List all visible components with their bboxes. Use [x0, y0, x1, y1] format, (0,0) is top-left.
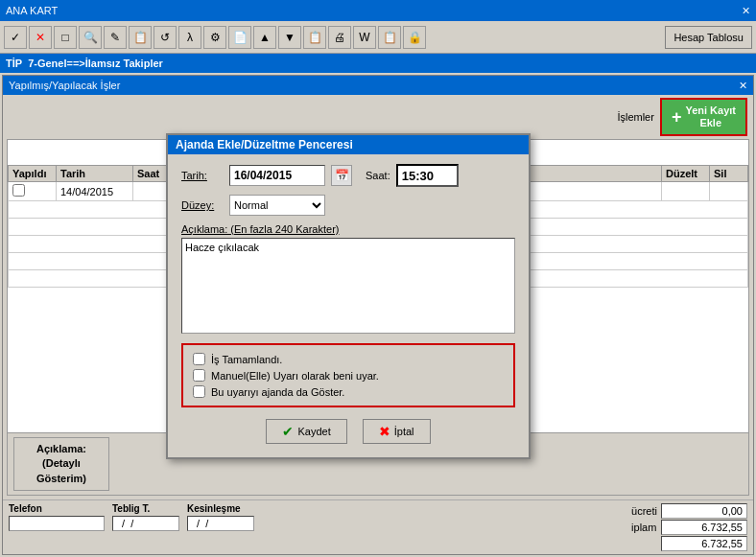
duzey-row: Düzey: Normal Önemli Acil	[181, 195, 515, 216]
kesinlesme-group: Kesinleşme	[187, 503, 254, 531]
col-tarih: Tarih	[57, 166, 133, 182]
teblig-label: Teblig T.	[112, 503, 179, 514]
ajanda-goster-label: Bu uyarıyı ajanda da Göster.	[211, 386, 344, 398]
iptal-x-icon: ✖	[379, 424, 390, 439]
footer-row: Telefon Teblig T. Kesinleşme ücreti 0,00…	[3, 499, 753, 554]
checkbox-row-3: Bu uyarıyı ajanda da Göster.	[193, 385, 504, 398]
dialog-body: Tarih: 📅 Saat: Düzey: Normal Önemli Acil	[168, 154, 529, 457]
toplam-label: iplam	[631, 522, 656, 533]
aciklama-label-row: Açıklama: (En fazla 240 Karakter)	[181, 223, 515, 235]
manuel-uyari-checkbox[interactable]	[193, 369, 205, 382]
toolbar-btn-5[interactable]: ✎	[104, 26, 127, 49]
cell-sil[interactable]	[710, 182, 748, 201]
duzey-label: Düzey:	[181, 199, 224, 211]
summary-panel: ücreti 0,00 iplam 6.732,55 6.732,55	[631, 503, 747, 551]
toolbar-btn-10[interactable]: 📄	[228, 26, 251, 49]
toolbar-btn-13[interactable]: 📋	[303, 26, 326, 49]
teblig-group: Teblig T.	[112, 503, 179, 531]
app-container: ANA KART ✕ ✓ ✕ □ 🔍 ✎ 📋 ↺ λ ⚙ 📄 ▲ ▼ 📋 🖨 W…	[0, 0, 756, 557]
ajanda-goster-checkbox[interactable]	[193, 385, 205, 398]
sub-window-title-bar: Yapılmış/Yapılacak İşler ✕	[3, 76, 753, 95]
plus-icon: +	[672, 107, 682, 128]
toolbar-btn-14[interactable]: 🖨	[328, 26, 351, 49]
toolbar-btn-4[interactable]: 🔍	[79, 26, 102, 49]
toolbar-btn-2[interactable]: ✕	[29, 26, 52, 49]
kaydet-button[interactable]: ✔ Kaydet	[266, 419, 346, 444]
calendar-button[interactable]: 📅	[331, 165, 352, 186]
iptal-label: İptal	[394, 426, 414, 437]
tip-label: TİP	[6, 58, 22, 69]
iptal-button[interactable]: ✖ İptal	[363, 419, 431, 444]
toplam-value: 6.732,55	[661, 520, 747, 535]
toolbar-btn-6[interactable]: 📋	[129, 26, 152, 49]
tarih-label: Tarih:	[181, 170, 224, 181]
textarea-wrapper: Hacze çıkılacak	[181, 238, 515, 336]
yeni-kayit-label: Yeni Kayıt Ekle	[685, 104, 736, 129]
ajanda-dialog: Ajanda Ekle/Düzeltme Penceresi Tarih: 📅 …	[166, 133, 531, 459]
checkbox-row-2: Manuel(Elle) Uyarı olarak beni uyar.	[193, 369, 504, 382]
toolbar-btn-9[interactable]: ⚙	[203, 26, 226, 49]
dialog-buttons: ✔ Kaydet ✖ İptal	[181, 415, 515, 448]
ucreti-label: ücreti	[631, 505, 657, 517]
kaydet-check-icon: ✔	[282, 424, 294, 439]
toolbar-btn-1[interactable]: ✓	[4, 26, 27, 49]
aciklama-detail-box: Açıklama: (Detaylı Gösterim)	[13, 437, 109, 491]
col-sil: Sil	[710, 166, 748, 182]
toolbar-btn-12[interactable]: ▼	[278, 26, 301, 49]
toolbar-btn-3[interactable]: □	[54, 26, 77, 49]
checkboxes-section: İş Tamamlandı. Manuel(Elle) Uyarı olarak…	[181, 343, 515, 407]
dialog-title-text: Ajanda Ekle/Düzeltme Penceresi	[176, 138, 353, 151]
sub-window-title: Yapılmış/Yapılacak İşler	[9, 80, 120, 91]
kesinlesme-input[interactable]	[187, 516, 254, 531]
app-title: ANA KART	[6, 5, 58, 16]
col-duzelt: Düzelt	[662, 166, 710, 182]
cell-yapildi	[9, 182, 57, 201]
islemler-label: İşlemler	[617, 111, 654, 123]
teblig-input[interactable]	[112, 516, 179, 531]
yeni-kayit-ekle-button[interactable]: + Yeni Kayıt Ekle	[660, 98, 747, 136]
cell-duzelt[interactable]	[662, 182, 710, 201]
cell-tarih: 14/04/2015	[57, 182, 133, 201]
toolbar-btn-7[interactable]: ↺	[154, 26, 177, 49]
tip-bar: TİP 7-Genel==>İlamsız Takipler	[0, 54, 756, 73]
telefon-label: Telefon	[9, 503, 105, 514]
manuel-uyari-label: Manuel(Elle) Uyarı olarak beni uyar.	[211, 370, 379, 382]
kesinlesme-label: Kesinleşme	[187, 503, 254, 514]
tarih-input[interactable]	[229, 165, 325, 186]
checkbox-row-1: İş Tamamlandı.	[193, 353, 504, 365]
sub-window: Yapılmış/Yapılacak İşler ✕ İşlemler + Ye…	[2, 75, 754, 555]
hesap-tablosu-button[interactable]: Hesap Tablosu	[665, 26, 752, 49]
col-yapildi: Yapıldı	[9, 166, 57, 182]
toolbar-btn-11[interactable]: ▲	[253, 26, 276, 49]
duzey-select[interactable]: Normal Önemli Acil	[229, 195, 325, 216]
kaydet-label: Kaydet	[297, 426, 330, 437]
telefon-input[interactable]	[9, 516, 105, 531]
toolbar-btn-8[interactable]: λ	[178, 26, 201, 49]
tip-value: 7-Genel==>İlamsız Takipler	[28, 58, 163, 69]
toolbar-btn-17[interactable]: 🔒	[403, 26, 426, 49]
sub-window-close[interactable]: ✕	[739, 80, 747, 92]
telefon-group: Telefon	[9, 503, 105, 531]
summary-row-1: ücreti 0,00	[631, 503, 747, 519]
toolbar: ✓ ✕ □ 🔍 ✎ 📋 ↺ λ ⚙ 📄 ▲ ▼ 📋 🖨 W 📋 🔒 Hesap …	[0, 21, 756, 54]
aciklama-textarea[interactable]: Hacze çıkılacak	[181, 238, 515, 334]
title-bar-close[interactable]: ✕	[742, 5, 750, 17]
title-bar: ANA KART ✕	[0, 0, 756, 21]
toolbar-btn-16[interactable]: 📋	[378, 26, 401, 49]
summary-row-2: iplam 6.732,55	[631, 520, 747, 535]
yapildi-checkbox[interactable]	[12, 184, 25, 197]
tarih-row: Tarih: 📅 Saat:	[181, 164, 515, 187]
summary-row-3: 6.732,55	[631, 536, 747, 551]
is-tamamlandi-checkbox[interactable]	[193, 353, 205, 365]
total2-value: 6.732,55	[661, 536, 747, 551]
saat-input[interactable]	[396, 164, 459, 187]
toolbar-btn-15[interactable]: W	[353, 26, 376, 49]
is-tamamlandi-label: İş Tamamlandı.	[211, 354, 282, 365]
aciklama-char-label: Açıklama: (En fazla 240 Karakter)	[181, 223, 339, 235]
saat-label: Saat:	[366, 170, 390, 181]
dialog-title-bar: Ajanda Ekle/Düzeltme Penceresi	[168, 135, 529, 154]
ucreti-value: 0,00	[661, 503, 747, 519]
